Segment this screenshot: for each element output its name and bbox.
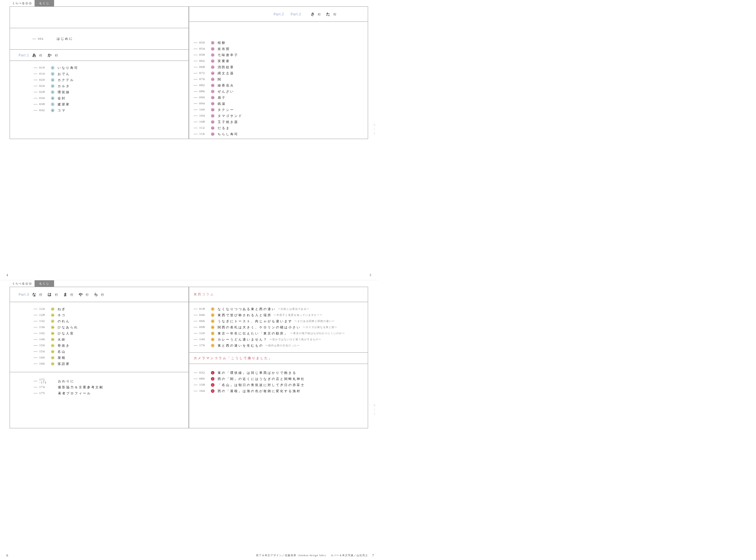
toc-entry: 062 12 実業家	[194, 58, 368, 64]
page-ref: 062	[200, 60, 211, 62]
entry-title: 銭湯	[218, 102, 226, 106]
page-ref: 032	[200, 371, 211, 374]
entry-number: 2	[211, 313, 214, 317]
page-ref: 164	[200, 389, 211, 393]
entry-title: だるま	[218, 126, 230, 131]
toc-entry: 100 20 タクシー	[194, 107, 368, 113]
toc-entry: 112 23 だるま	[194, 125, 368, 131]
intro-entry: 002 はじめに	[32, 36, 73, 42]
page-ref: 098	[200, 326, 211, 329]
entry-title: ひなあられ	[58, 325, 79, 329]
entry-title: 消防紋章	[218, 65, 234, 69]
entry-title: 落語家	[58, 362, 70, 366]
page-ref: 146	[39, 338, 51, 341]
toc-entry: 140 6 カレーうどん違いません？ 〜定かではないけど違う気がするもの〜	[194, 336, 368, 342]
entry-number: 28	[51, 325, 55, 329]
entry-number: 10	[211, 47, 214, 51]
entry-number: 4	[211, 389, 214, 393]
entry-title: 東京一年生に伝えたい「東京の勘所」	[218, 331, 288, 336]
entry-title: 撮影協力＆主要参考文献	[58, 385, 104, 389]
entry-subtitle: 〜サイズが異なる東と西〜	[303, 325, 337, 329]
toc-entry: 142 29 ひな人形	[34, 330, 189, 336]
entry-number: 6	[211, 338, 214, 341]
toc-entry: 014 2 おでん	[34, 71, 189, 77]
running-header: くらべる もくじ	[9, 280, 54, 287]
page-ref: 112	[200, 126, 211, 129]
entry-number: 21	[211, 114, 214, 118]
entry-title: 建築家	[58, 102, 70, 107]
toc-entry: 028 5 環状線	[34, 89, 189, 95]
page-7: 東西コラム 018 1 なくなりつつある東と西の違い 〜伝統とは意志である〜 0…	[189, 280, 378, 560]
toc-entry: 090 18 扇子	[194, 95, 368, 101]
page-ref: 066	[200, 320, 211, 323]
page-ref: 124	[39, 307, 51, 311]
entry-number: 2	[51, 72, 55, 76]
entry-number: 25	[51, 307, 55, 311]
page-ref: 174	[39, 386, 51, 388]
entry-title: カルタ	[58, 84, 70, 88]
entry-number: 18	[211, 96, 214, 99]
entry-subtitle: 〜半泥子と鬼貫を知っていますか？〜	[274, 313, 323, 317]
toc-entry: 132 27 のれん	[34, 318, 189, 324]
entry-title: いなり寿司	[58, 66, 79, 70]
entry-title: 西の「屋根」は海の色が複雑に変化する漁村	[218, 389, 301, 394]
entry-number: 3	[51, 78, 55, 82]
page-ref: 050	[200, 41, 211, 44]
col1-entries: 018 1 なくなりつつある東と西の違い 〜伝統とは意志である〜 046 2 東…	[189, 302, 368, 353]
entry-title: 関	[218, 77, 222, 82]
entry-number: 4	[51, 84, 55, 88]
entry-title: おわりに	[58, 379, 75, 383]
toc-entry: 120 5 東京一年生に伝えたい「東京の勘所」 〜東京の地下鉄はなぜわかりにくい…	[194, 330, 368, 336]
page-ref: 170	[200, 344, 211, 347]
entry-title: 「名山」は朝日の青筑波に対して夕日の赤富士	[218, 383, 305, 387]
content-frame: Part.2 Part.2 さ 行 た 行 050 9 桜餅 054 10 座布…	[189, 6, 368, 139]
entry-number: 23	[211, 126, 214, 130]
page-ref: 068	[200, 66, 211, 68]
toc-entry: 170 7 東と西の違いを生むもの 〜稲作は西の文化だった〜	[194, 342, 368, 348]
entry-number: 3	[211, 319, 214, 323]
entry-title: 屋根	[58, 356, 66, 360]
page-ref: 100	[200, 108, 211, 111]
page-ref: 046	[200, 314, 211, 317]
entry-number: 7	[51, 102, 55, 106]
toc-entry: 146 30 火鉢	[34, 336, 189, 342]
entry-number: 3	[211, 383, 214, 387]
page-ref: 034	[39, 97, 51, 100]
page-ref: 086	[200, 90, 211, 93]
entry-number: 14	[211, 72, 214, 75]
page-ref: 160	[39, 356, 51, 359]
entry-number: 30	[51, 338, 55, 341]
page-number: 5	[370, 273, 371, 277]
entry-title: ちらし寿司	[218, 132, 238, 137]
entry-subtitle: 〜定かではないけど違う気がするもの〜	[270, 338, 321, 341]
page-ref: 082	[200, 84, 211, 87]
toc-entry: 010 1 いなり寿司	[34, 65, 189, 71]
entry-number: 1	[211, 307, 214, 311]
toc-entry: 082 16 線香花火	[194, 82, 368, 88]
page-ref: 094	[200, 102, 211, 105]
toc-entry: 032 1 東の「環状線」は同じ車両ばかりで飽きる	[194, 370, 368, 376]
toc-entry: 086 17 ぜんざい	[194, 88, 368, 95]
entry-title: 縄文土器	[218, 71, 234, 76]
entry-title: カクテル	[58, 78, 74, 82]
entry-title: タマゴサンド	[218, 114, 243, 118]
entry-title: 環状線	[58, 90, 70, 95]
entry-number: 26	[51, 313, 55, 317]
entry-title: 七味唐辛子	[218, 53, 238, 57]
toc-entry: 116 24 ちらし寿司	[194, 131, 368, 137]
page-ref: 038	[39, 103, 51, 106]
page-4: くらべる もくじ 002 はじめに Part.1 あ 行 か 行	[0, 0, 189, 280]
page-ref: 128	[39, 314, 51, 317]
toc-entry: 058 11 七味唐辛子	[194, 52, 368, 58]
running-header: くらべる もくじ	[9, 0, 54, 6]
entry-number: 31	[51, 344, 55, 347]
entry-number: 13	[211, 65, 214, 69]
toc-entry: 124 25 ねぎ	[34, 306, 189, 312]
toc-entry: 108 22 玉子焼き器	[194, 119, 368, 125]
mokuji-tag: もくじ	[35, 0, 54, 7]
backmatter-entries: 172 -173 おわりに 174 撮影協力＆主要参考文献 175 著者プロフィ…	[10, 372, 189, 400]
page-ref: 028	[39, 91, 51, 94]
entry-title: おでん	[58, 72, 70, 76]
toc-entry: 174 撮影協力＆主要参考文献	[34, 384, 189, 390]
entry-number: 32	[51, 350, 55, 353]
